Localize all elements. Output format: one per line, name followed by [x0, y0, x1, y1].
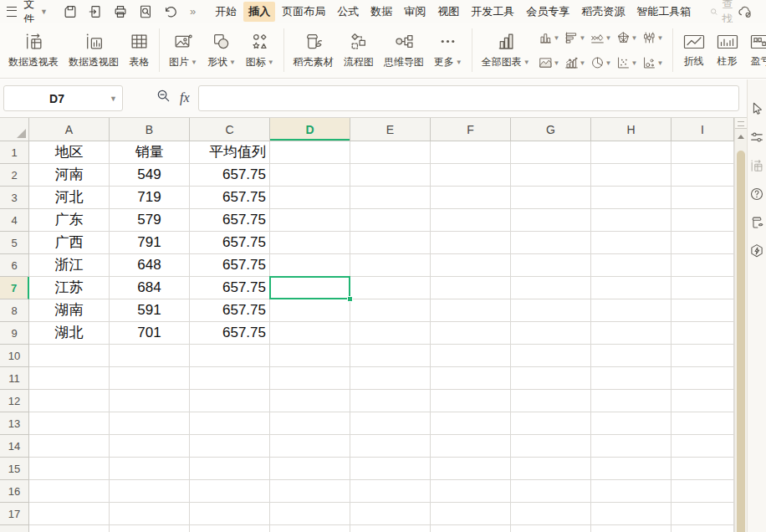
cell-F9[interactable] [431, 322, 511, 345]
row-header-4[interactable]: 4 [0, 209, 29, 232]
cell-G14[interactable] [511, 435, 591, 458]
cell-E2[interactable] [350, 164, 431, 187]
cell-E14[interactable] [350, 435, 431, 458]
chart-type-scatter-button[interactable]: ▼ [616, 53, 642, 73]
ribbon-item-pivot-table[interactable]: 数据透视表 [3, 31, 64, 69]
cell-H18[interactable] [591, 525, 672, 532]
menu-tab-审阅[interactable]: 审阅 [399, 2, 431, 22]
cell-C10[interactable] [190, 345, 270, 367]
chart-type-pie-button[interactable]: ▼ [590, 53, 616, 73]
cell-B14[interactable] [110, 435, 190, 458]
cell-A18[interactable] [29, 525, 110, 532]
cell-G12[interactable] [511, 390, 591, 412]
ribbon-item-flowchart[interactable]: 流程图 [339, 31, 379, 69]
row-header-13[interactable]: 13 [0, 412, 29, 435]
cell-A3[interactable]: 河北 [29, 187, 110, 209]
cell-I15[interactable] [672, 458, 734, 480]
cell-I6[interactable] [672, 254, 734, 277]
cell-B11[interactable] [110, 367, 190, 390]
cell-F4[interactable] [431, 209, 511, 232]
cell-D4[interactable] [270, 209, 350, 232]
col-header-F[interactable]: F [431, 118, 511, 141]
cell-F10[interactable] [431, 345, 511, 367]
cell-D6[interactable] [270, 254, 350, 277]
row-header-14[interactable]: 14 [0, 435, 29, 458]
menu-tab-页面布局[interactable]: 页面布局 [277, 2, 330, 22]
cell-G6[interactable] [511, 254, 591, 277]
cell-I17[interactable] [672, 503, 734, 525]
col-header-I[interactable]: I [672, 118, 734, 141]
cell-B3[interactable]: 719 [110, 187, 190, 209]
cell-E16[interactable] [350, 480, 431, 503]
cell-F8[interactable] [431, 299, 511, 322]
cell-C3[interactable]: 657.75 [190, 187, 270, 209]
cell-A9[interactable]: 湖北 [29, 322, 110, 345]
cell-I11[interactable] [672, 367, 734, 390]
hamburger-menu-icon[interactable] [7, 7, 17, 17]
cell-I8[interactable] [672, 299, 734, 322]
quick-access-overflow-icon[interactable]: » [190, 5, 196, 18]
cell-F14[interactable] [431, 435, 511, 458]
cell-B6[interactable]: 648 [110, 254, 190, 277]
cell-C12[interactable] [190, 390, 270, 412]
cell-D2[interactable] [270, 164, 350, 187]
ribbon-item-picture[interactable]: 图片▼ [164, 31, 202, 69]
cell-H10[interactable] [591, 345, 672, 367]
scroll-up-arrow[interactable] [735, 129, 747, 144]
ribbon-item-table[interactable]: 表格 [124, 31, 155, 69]
menu-tab-公式[interactable]: 公式 [332, 2, 364, 22]
cell-D7[interactable] [270, 277, 350, 299]
cell-A14[interactable] [29, 435, 110, 458]
cell-A15[interactable] [29, 458, 110, 480]
print-icon[interactable] [113, 4, 128, 19]
cell-D12[interactable] [270, 390, 350, 412]
row-header-3[interactable]: 3 [0, 187, 29, 209]
ribbon-item-sparkline-line[interactable]: 折线 [677, 33, 711, 69]
cell-E13[interactable] [350, 412, 431, 435]
cell-E11[interactable] [350, 367, 431, 390]
cell-D3[interactable] [270, 187, 350, 209]
row-header-10[interactable]: 10 [0, 345, 29, 367]
cell-D5[interactable] [270, 232, 350, 254]
cell-F15[interactable] [431, 458, 511, 480]
chart-type-combo-button[interactable]: ▼ [564, 53, 590, 73]
name-box[interactable]: D7 ▼ [3, 85, 123, 111]
select-all-corner[interactable] [0, 118, 29, 141]
cell-B13[interactable] [110, 412, 190, 435]
name-box-dropdown-icon[interactable]: ▼ [110, 95, 117, 103]
cell-F3[interactable] [431, 187, 511, 209]
cell-I13[interactable] [672, 412, 734, 435]
chart-type-column-button[interactable]: ▼ [539, 28, 564, 48]
cell-G16[interactable] [511, 480, 591, 503]
cell-G18[interactable] [511, 525, 591, 532]
cell-E1[interactable] [350, 141, 431, 164]
cell-H7[interactable] [591, 277, 672, 299]
cell-E6[interactable] [350, 254, 431, 277]
row-header-17[interactable]: 17 [0, 503, 29, 525]
cell-D9[interactable] [270, 322, 350, 345]
cell-I3[interactable] [672, 187, 734, 209]
menu-tab-稻壳资源[interactable]: 稻壳资源 [576, 2, 630, 22]
cell-B5[interactable]: 791 [110, 232, 190, 254]
row-header-8[interactable]: 8 [0, 299, 29, 322]
cell-I16[interactable] [672, 480, 734, 503]
cell-F16[interactable] [431, 480, 511, 503]
cell-B1[interactable]: 销量 [110, 141, 190, 164]
col-header-G[interactable]: G [511, 118, 591, 141]
cell-C18[interactable] [190, 525, 270, 532]
cell-A12[interactable] [29, 390, 110, 412]
cell-A10[interactable] [29, 345, 110, 367]
cell-D13[interactable] [270, 412, 350, 435]
row-header-12[interactable]: 12 [0, 390, 29, 412]
cell-G8[interactable] [511, 299, 591, 322]
fill-handle[interactable] [347, 296, 353, 302]
cell-B4[interactable]: 579 [110, 209, 190, 232]
print-preview-icon[interactable] [138, 4, 153, 19]
cell-A7[interactable]: 江苏 [29, 277, 110, 299]
cell-A6[interactable]: 浙江 [29, 254, 110, 277]
cell-B15[interactable] [110, 458, 190, 480]
cell-F1[interactable] [431, 141, 511, 164]
cell-G3[interactable] [511, 187, 591, 209]
cell-H5[interactable] [591, 232, 672, 254]
cell-A5[interactable]: 广西 [29, 232, 110, 254]
